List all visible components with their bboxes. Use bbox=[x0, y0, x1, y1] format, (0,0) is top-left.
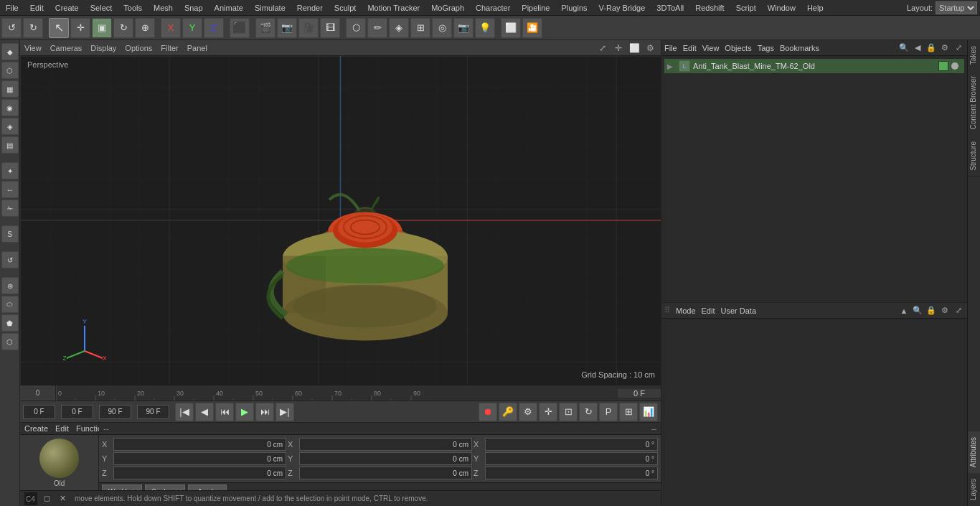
array-btn[interactable]: ⊞ bbox=[410, 18, 430, 38]
uvw-mode-btn[interactable]: ▤ bbox=[1, 136, 19, 154]
coord-y1-input[interactable] bbox=[113, 452, 286, 465]
step-back-btn[interactable]: ◀ bbox=[195, 403, 214, 421]
move-mode-button[interactable]: ✛ bbox=[70, 18, 90, 38]
attr-edit-menu[interactable]: Edit bbox=[702, 306, 715, 315]
menu-select[interactable]: Select bbox=[85, 2, 118, 14]
menu-mograph[interactable]: MoGraph bbox=[425, 2, 470, 14]
attr-userdata-menu[interactable]: User Data bbox=[721, 306, 757, 315]
render-region-btn[interactable]: 🎬 bbox=[255, 18, 275, 38]
om-edit-menu[interactable]: Edit bbox=[683, 44, 697, 52]
scale-tool-btn[interactable]: S bbox=[1, 225, 19, 243]
attr-arrow-icon[interactable]: ▲ bbox=[898, 305, 910, 317]
camera-btn[interactable]: 📷 bbox=[453, 18, 473, 38]
menu-sculpt[interactable]: Sculpt bbox=[329, 2, 362, 14]
subdivide-btn[interactable]: ◈ bbox=[389, 18, 409, 38]
menu-mesh[interactable]: Mesh bbox=[148, 2, 179, 14]
timeline-ruler[interactable]: 0 0 10 20 30 40 bbox=[20, 385, 661, 400]
start-frame-input[interactable] bbox=[23, 405, 55, 419]
menu-3dtoall[interactable]: 3DToAll bbox=[651, 2, 689, 14]
close-status-icon[interactable]: ✕ bbox=[56, 492, 69, 505]
mesh-mode-btn[interactable]: ⬡ bbox=[1, 62, 19, 79]
polygon-mode-btn[interactable]: ◈ bbox=[1, 118, 19, 135]
floor-btn[interactable]: ⬜ bbox=[501, 18, 521, 38]
om-objects-menu[interactable]: Objects bbox=[725, 44, 751, 52]
attr-expand-icon[interactable]: ⤢ bbox=[953, 305, 964, 317]
viewport[interactable]: Y X Z bbox=[20, 56, 661, 385]
pen-btn[interactable]: ✏ bbox=[367, 18, 387, 38]
menu-vray[interactable]: V-Ray Bridge bbox=[593, 2, 651, 14]
model-mode-btn[interactable]: ◆ bbox=[1, 43, 19, 60]
auto-key-btn[interactable]: 🔑 bbox=[499, 403, 517, 421]
timeline-track[interactable]: 0 10 20 30 40 50 60 70 bbox=[56, 385, 618, 400]
om-view-menu[interactable]: View bbox=[702, 44, 720, 52]
tab-layers[interactable]: Layers bbox=[968, 473, 980, 506]
current-frame-input[interactable] bbox=[61, 405, 93, 419]
viewport-expand-icon[interactable]: ⤢ bbox=[596, 42, 609, 55]
object-vis-dot[interactable] bbox=[951, 62, 958, 70]
select-mode-button[interactable]: ↖ bbox=[49, 18, 69, 38]
attr-search-icon[interactable]: 🔍 bbox=[912, 305, 923, 317]
scale-mode-button[interactable]: ▣ bbox=[92, 18, 112, 38]
goto-end-btn[interactable]: ▶| bbox=[275, 403, 294, 421]
viewport-options-menu[interactable]: Options bbox=[125, 44, 152, 52]
menu-tools[interactable]: Tools bbox=[118, 2, 148, 14]
attr-mode-menu[interactable]: Mode bbox=[676, 306, 696, 315]
menu-animate[interactable]: Animate bbox=[209, 2, 249, 14]
object-tree-item[interactable]: ▶ L Anti_Tank_Blast_Mine_TM-62_Old bbox=[664, 59, 964, 73]
om-tags-menu[interactable]: Tags bbox=[758, 44, 774, 52]
spline-btn[interactable]: ◎ bbox=[432, 18, 452, 38]
coord-z1-input[interactable] bbox=[113, 467, 286, 479]
pos-keys-btn[interactable]: P bbox=[599, 403, 618, 421]
attr-settings-icon[interactable]: ⚙ bbox=[939, 305, 951, 317]
menu-create[interactable]: Create bbox=[50, 2, 85, 14]
transform-mode-button[interactable]: ⊕ bbox=[135, 18, 155, 38]
tab-content-browser[interactable]: Content Browser bbox=[968, 70, 980, 135]
param-keys-btn[interactable]: ⊞ bbox=[619, 403, 638, 421]
viewport-move-icon[interactable]: ✛ bbox=[612, 42, 625, 55]
x-axis-button[interactable]: X bbox=[161, 18, 181, 38]
menu-snap[interactable]: Snap bbox=[179, 2, 209, 14]
coord-x1-input[interactable] bbox=[113, 438, 286, 451]
play-btn[interactable]: ▶ bbox=[235, 403, 254, 421]
om-settings-icon[interactable]: ⚙ bbox=[939, 42, 951, 54]
y-axis-button[interactable]: Y bbox=[182, 18, 202, 38]
menu-file[interactable]: File bbox=[0, 2, 24, 14]
mat-create-tab[interactable]: Create bbox=[24, 424, 48, 433]
render-all-btn[interactable]: 🎞 bbox=[320, 18, 340, 38]
menu-motion-tracker[interactable]: Motion Tracker bbox=[362, 2, 425, 14]
z-axis-button[interactable]: Z bbox=[204, 18, 224, 38]
coord-y2-input[interactable] bbox=[299, 452, 472, 465]
step-forward-btn[interactable]: ⏭ bbox=[255, 403, 274, 421]
camera-view-btn[interactable]: 🎦 bbox=[522, 18, 542, 38]
edge-mode-btn[interactable]: ▦ bbox=[1, 80, 19, 98]
material-ball[interactable] bbox=[39, 439, 79, 478]
object-color-swatch[interactable] bbox=[938, 61, 948, 71]
rotate-mode-button[interactable]: ↻ bbox=[113, 18, 133, 38]
om-bookmarks-menu[interactable]: Bookmarks bbox=[780, 44, 819, 52]
coord-z3-input[interactable] bbox=[485, 467, 658, 479]
goto-start-btn[interactable]: |◀ bbox=[175, 403, 194, 421]
viewport-view-menu[interactable]: View bbox=[24, 44, 42, 52]
om-search-icon[interactable]: 🔍 bbox=[898, 42, 910, 54]
menu-render[interactable]: Render bbox=[291, 2, 329, 14]
viewport-panel-menu[interactable]: Panel bbox=[187, 44, 207, 52]
knife-tool-btn[interactable]: ✁ bbox=[1, 200, 19, 217]
mat-edit-tab[interactable]: Edit bbox=[55, 424, 69, 433]
menu-simulate[interactable]: Simulate bbox=[249, 2, 291, 14]
timeline-view-btn[interactable]: 📊 bbox=[639, 403, 658, 421]
viewport-maximize-icon[interactable]: ⬜ bbox=[628, 42, 641, 55]
tab-structure[interactable]: Structure bbox=[968, 136, 980, 177]
viewport-cameras-menu[interactable]: Cameras bbox=[50, 44, 83, 52]
render-btn[interactable]: 🎥 bbox=[298, 18, 319, 38]
mat-tool-btn[interactable]: ⬡ bbox=[1, 333, 19, 350]
step-back-single-btn[interactable]: ⏮ bbox=[215, 403, 234, 421]
undo-button[interactable]: ↺ bbox=[1, 18, 22, 38]
move-keys-btn[interactable]: ✛ bbox=[539, 403, 557, 421]
cube-btn[interactable]: ⬡ bbox=[346, 18, 366, 38]
menu-pipeline[interactable]: Pipeline bbox=[516, 2, 555, 14]
end-frame-input[interactable] bbox=[99, 405, 131, 419]
sculpt-tool-btn[interactable]: ⬭ bbox=[1, 296, 19, 313]
select-live-btn[interactable]: ✦ bbox=[1, 162, 19, 179]
record-btn[interactable]: ⏺ bbox=[479, 403, 497, 421]
menu-plugins[interactable]: Plugins bbox=[555, 2, 593, 14]
